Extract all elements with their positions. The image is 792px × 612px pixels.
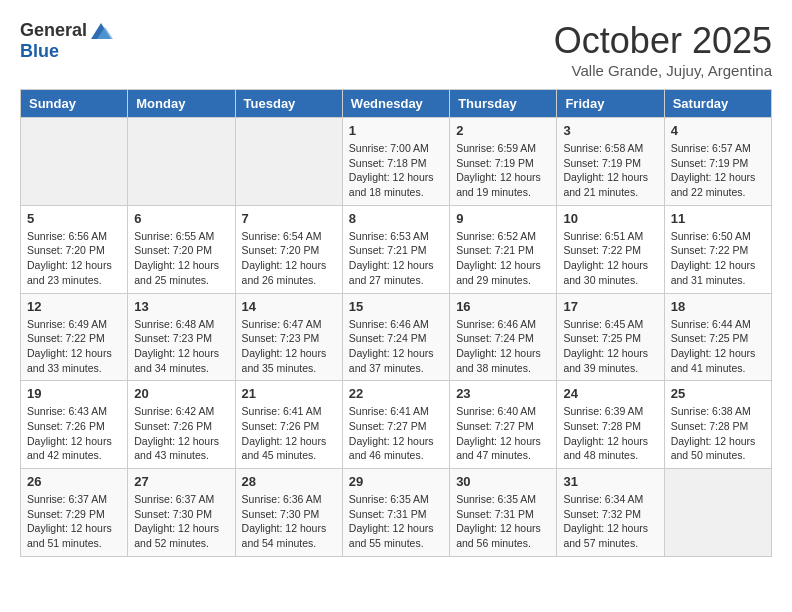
day-info: Sunrise: 6:45 AM Sunset: 7:25 PM Dayligh… (563, 317, 657, 376)
day-info: Sunrise: 6:54 AM Sunset: 7:20 PM Dayligh… (242, 229, 336, 288)
weekday-header: Sunday (21, 90, 128, 118)
day-info: Sunrise: 6:46 AM Sunset: 7:24 PM Dayligh… (456, 317, 550, 376)
calendar-week-row: 12Sunrise: 6:49 AM Sunset: 7:22 PM Dayli… (21, 293, 772, 381)
day-number: 8 (349, 211, 443, 226)
day-info: Sunrise: 6:35 AM Sunset: 7:31 PM Dayligh… (456, 492, 550, 551)
day-number: 12 (27, 299, 121, 314)
calendar-cell: 14Sunrise: 6:47 AM Sunset: 7:23 PM Dayli… (235, 293, 342, 381)
calendar-cell: 2Sunrise: 6:59 AM Sunset: 7:19 PM Daylig… (450, 118, 557, 206)
calendar-cell: 20Sunrise: 6:42 AM Sunset: 7:26 PM Dayli… (128, 381, 235, 469)
day-number: 14 (242, 299, 336, 314)
day-info: Sunrise: 6:56 AM Sunset: 7:20 PM Dayligh… (27, 229, 121, 288)
calendar-cell: 5Sunrise: 6:56 AM Sunset: 7:20 PM Daylig… (21, 205, 128, 293)
day-info: Sunrise: 6:35 AM Sunset: 7:31 PM Dayligh… (349, 492, 443, 551)
day-number: 19 (27, 386, 121, 401)
day-number: 26 (27, 474, 121, 489)
calendar-cell: 22Sunrise: 6:41 AM Sunset: 7:27 PM Dayli… (342, 381, 449, 469)
calendar-cell: 19Sunrise: 6:43 AM Sunset: 7:26 PM Dayli… (21, 381, 128, 469)
location-subtitle: Valle Grande, Jujuy, Argentina (554, 62, 772, 79)
calendar-cell (21, 118, 128, 206)
calendar-cell: 28Sunrise: 6:36 AM Sunset: 7:30 PM Dayli… (235, 469, 342, 557)
day-number: 28 (242, 474, 336, 489)
day-number: 2 (456, 123, 550, 138)
calendar-cell: 25Sunrise: 6:38 AM Sunset: 7:28 PM Dayli… (664, 381, 771, 469)
day-info: Sunrise: 6:37 AM Sunset: 7:29 PM Dayligh… (27, 492, 121, 551)
day-info: Sunrise: 6:37 AM Sunset: 7:30 PM Dayligh… (134, 492, 228, 551)
calendar-cell: 23Sunrise: 6:40 AM Sunset: 7:27 PM Dayli… (450, 381, 557, 469)
calendar-cell: 18Sunrise: 6:44 AM Sunset: 7:25 PM Dayli… (664, 293, 771, 381)
day-number: 4 (671, 123, 765, 138)
day-info: Sunrise: 6:44 AM Sunset: 7:25 PM Dayligh… (671, 317, 765, 376)
calendar-cell: 17Sunrise: 6:45 AM Sunset: 7:25 PM Dayli… (557, 293, 664, 381)
day-info: Sunrise: 6:46 AM Sunset: 7:24 PM Dayligh… (349, 317, 443, 376)
day-number: 29 (349, 474, 443, 489)
weekday-header: Monday (128, 90, 235, 118)
calendar-cell: 7Sunrise: 6:54 AM Sunset: 7:20 PM Daylig… (235, 205, 342, 293)
calendar-cell: 26Sunrise: 6:37 AM Sunset: 7:29 PM Dayli… (21, 469, 128, 557)
day-info: Sunrise: 6:42 AM Sunset: 7:26 PM Dayligh… (134, 404, 228, 463)
day-number: 17 (563, 299, 657, 314)
day-number: 6 (134, 211, 228, 226)
calendar-cell (235, 118, 342, 206)
calendar-cell: 30Sunrise: 6:35 AM Sunset: 7:31 PM Dayli… (450, 469, 557, 557)
day-info: Sunrise: 6:50 AM Sunset: 7:22 PM Dayligh… (671, 229, 765, 288)
calendar-cell: 16Sunrise: 6:46 AM Sunset: 7:24 PM Dayli… (450, 293, 557, 381)
calendar-cell: 4Sunrise: 6:57 AM Sunset: 7:19 PM Daylig… (664, 118, 771, 206)
calendar-cell: 11Sunrise: 6:50 AM Sunset: 7:22 PM Dayli… (664, 205, 771, 293)
day-info: Sunrise: 6:55 AM Sunset: 7:20 PM Dayligh… (134, 229, 228, 288)
logo-blue-text: Blue (20, 41, 59, 62)
calendar-cell: 31Sunrise: 6:34 AM Sunset: 7:32 PM Dayli… (557, 469, 664, 557)
day-number: 10 (563, 211, 657, 226)
day-info: Sunrise: 6:41 AM Sunset: 7:27 PM Dayligh… (349, 404, 443, 463)
day-info: Sunrise: 6:43 AM Sunset: 7:26 PM Dayligh… (27, 404, 121, 463)
calendar-week-row: 1Sunrise: 7:00 AM Sunset: 7:18 PM Daylig… (21, 118, 772, 206)
calendar-cell (664, 469, 771, 557)
calendar-cell: 29Sunrise: 6:35 AM Sunset: 7:31 PM Dayli… (342, 469, 449, 557)
day-info: Sunrise: 6:51 AM Sunset: 7:22 PM Dayligh… (563, 229, 657, 288)
day-number: 22 (349, 386, 443, 401)
day-number: 5 (27, 211, 121, 226)
calendar-week-row: 19Sunrise: 6:43 AM Sunset: 7:26 PM Dayli… (21, 381, 772, 469)
calendar-cell: 12Sunrise: 6:49 AM Sunset: 7:22 PM Dayli… (21, 293, 128, 381)
day-number: 1 (349, 123, 443, 138)
day-info: Sunrise: 6:59 AM Sunset: 7:19 PM Dayligh… (456, 141, 550, 200)
calendar-cell: 21Sunrise: 6:41 AM Sunset: 7:26 PM Dayli… (235, 381, 342, 469)
day-info: Sunrise: 6:58 AM Sunset: 7:19 PM Dayligh… (563, 141, 657, 200)
weekday-header: Tuesday (235, 90, 342, 118)
logo-icon (89, 21, 113, 41)
calendar-week-row: 5Sunrise: 6:56 AM Sunset: 7:20 PM Daylig… (21, 205, 772, 293)
calendar-cell: 1Sunrise: 7:00 AM Sunset: 7:18 PM Daylig… (342, 118, 449, 206)
day-number: 13 (134, 299, 228, 314)
day-info: Sunrise: 7:00 AM Sunset: 7:18 PM Dayligh… (349, 141, 443, 200)
day-info: Sunrise: 6:38 AM Sunset: 7:28 PM Dayligh… (671, 404, 765, 463)
title-section: October 2025 Valle Grande, Jujuy, Argent… (554, 20, 772, 79)
weekday-header: Saturday (664, 90, 771, 118)
calendar-cell: 6Sunrise: 6:55 AM Sunset: 7:20 PM Daylig… (128, 205, 235, 293)
calendar-cell: 27Sunrise: 6:37 AM Sunset: 7:30 PM Dayli… (128, 469, 235, 557)
day-number: 9 (456, 211, 550, 226)
calendar-cell: 10Sunrise: 6:51 AM Sunset: 7:22 PM Dayli… (557, 205, 664, 293)
logo: General Blue (20, 20, 113, 62)
month-title: October 2025 (554, 20, 772, 62)
day-number: 20 (134, 386, 228, 401)
calendar-cell: 9Sunrise: 6:52 AM Sunset: 7:21 PM Daylig… (450, 205, 557, 293)
calendar-header-row: SundayMondayTuesdayWednesdayThursdayFrid… (21, 90, 772, 118)
day-number: 16 (456, 299, 550, 314)
weekday-header: Wednesday (342, 90, 449, 118)
calendar-cell: 13Sunrise: 6:48 AM Sunset: 7:23 PM Dayli… (128, 293, 235, 381)
calendar-cell: 3Sunrise: 6:58 AM Sunset: 7:19 PM Daylig… (557, 118, 664, 206)
day-info: Sunrise: 6:49 AM Sunset: 7:22 PM Dayligh… (27, 317, 121, 376)
weekday-header: Thursday (450, 90, 557, 118)
logo-general-text: General (20, 20, 87, 41)
day-number: 7 (242, 211, 336, 226)
day-number: 15 (349, 299, 443, 314)
day-info: Sunrise: 6:47 AM Sunset: 7:23 PM Dayligh… (242, 317, 336, 376)
day-info: Sunrise: 6:34 AM Sunset: 7:32 PM Dayligh… (563, 492, 657, 551)
day-number: 18 (671, 299, 765, 314)
day-info: Sunrise: 6:39 AM Sunset: 7:28 PM Dayligh… (563, 404, 657, 463)
day-number: 31 (563, 474, 657, 489)
day-info: Sunrise: 6:48 AM Sunset: 7:23 PM Dayligh… (134, 317, 228, 376)
day-number: 24 (563, 386, 657, 401)
weekday-header: Friday (557, 90, 664, 118)
calendar-week-row: 26Sunrise: 6:37 AM Sunset: 7:29 PM Dayli… (21, 469, 772, 557)
